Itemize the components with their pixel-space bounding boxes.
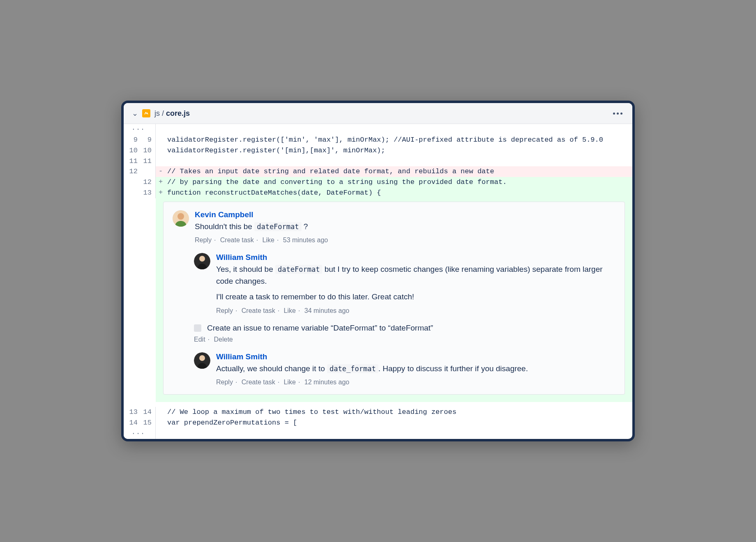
diff-line: 99 validatorRegister.register(['min', 'm… [124, 135, 632, 145]
comment-author[interactable]: Kevin Campbell [195, 210, 615, 219]
svg-point-5 [199, 355, 205, 361]
comment-text: Yes, it should be dateFormat but I try t… [216, 264, 615, 303]
like-action[interactable]: Like [263, 237, 274, 243]
diff-line: 1314 // We loop a maximum of two times t… [124, 407, 632, 418]
task-item: Create an issue to rename variable “Date… [194, 324, 615, 333]
collapse-chevron-icon[interactable]: ⌄ [132, 109, 138, 118]
inline-code: dateFormat [275, 265, 322, 274]
reply-action[interactable]: Reply [216, 379, 233, 386]
diff-body: ··· 99 validatorRegister.register(['min'… [124, 124, 632, 439]
comment-reply: William Smith Actually, we should change… [194, 352, 615, 386]
comment-author[interactable]: William Smith [216, 352, 615, 361]
diff-viewer-window: ⌄ js / core.js ··· 99 validatorRegister.… [121, 101, 635, 441]
inline-code: dateFormat [254, 222, 301, 231]
comment-time: 12 minutes ago [304, 379, 349, 386]
comment-author[interactable]: William Smith [216, 253, 615, 262]
breadcrumb: js / core.js [154, 109, 190, 118]
more-menu-icon[interactable] [611, 111, 624, 116]
like-action[interactable]: Like [284, 379, 296, 386]
comment: Kevin Campbell Shouldn't this be dateFor… [173, 210, 615, 244]
avatar[interactable] [194, 352, 210, 369]
task-actions: Edit· Delete [194, 336, 615, 343]
task-text: Create an issue to rename variable “Date… [207, 324, 433, 333]
comment-text: Shouldn't this be dateFormat ? [195, 221, 615, 233]
delete-action[interactable]: Delete [214, 336, 233, 343]
comment-time: 34 minutes ago [304, 307, 349, 314]
hunk-footer[interactable]: ··· [124, 428, 632, 439]
inline-code: date_format [327, 364, 378, 373]
file-name: core.js [166, 109, 190, 117]
comment-text: Actually, we should change it to date_fo… [216, 363, 615, 375]
edit-action[interactable]: Edit [194, 336, 205, 343]
comment-reply: William Smith Yes, it should be dateForm… [194, 253, 615, 315]
comment-actions: Reply· Create task· Like· 53 minutes ago [195, 237, 615, 244]
create-task-action[interactable]: Create task [220, 237, 254, 243]
like-action[interactable]: Like [284, 307, 296, 314]
diff-line-deleted: 12 - // Takes an input date string and r… [124, 166, 632, 177]
diff-line-added: 12 + // by parsing the date and converti… [124, 177, 632, 188]
diff-line: 1010 validatorRegister.register('[min],[… [124, 145, 632, 156]
file-modified-icon [142, 109, 150, 117]
task-checkbox[interactable] [194, 324, 201, 332]
inline-comment-area: Kevin Campbell Shouldn't this be dateFor… [156, 198, 632, 402]
avatar[interactable] [194, 253, 210, 269]
folder-name: js [154, 109, 160, 117]
diff-line-added: 13 + function reconstructDateMatches(dat… [124, 188, 632, 198]
create-task-action[interactable]: Create task [242, 379, 275, 386]
diff-line: 1415 var prependZeroPermutations = [ [124, 418, 632, 428]
comment-time: 53 minutes ago [283, 237, 328, 243]
hunk-header[interactable]: ··· [124, 124, 632, 135]
reply-action[interactable]: Reply [216, 307, 233, 314]
svg-point-1 [177, 213, 184, 220]
comment-actions: Reply· Create task· Like· 34 minutes ago [216, 307, 615, 315]
reply-action[interactable]: Reply [195, 237, 212, 243]
file-header: ⌄ js / core.js [124, 103, 632, 124]
comment-actions: Reply· Create task· Like· 12 minutes ago [216, 379, 615, 386]
diff-line: 1111 [124, 156, 632, 167]
create-task-action[interactable]: Create task [242, 307, 275, 314]
avatar[interactable] [173, 210, 189, 227]
svg-point-3 [199, 256, 205, 262]
comment-card: Kevin Campbell Shouldn't this be dateFor… [163, 202, 625, 395]
